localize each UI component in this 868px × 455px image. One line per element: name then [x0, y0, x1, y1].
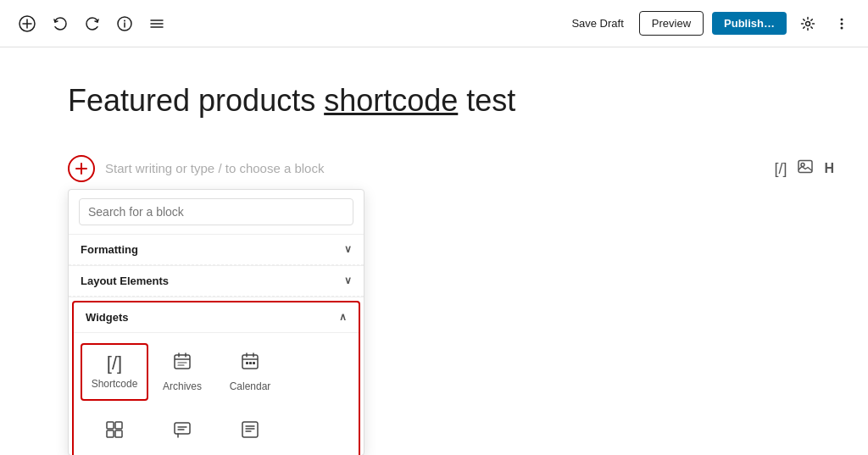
shortcode-block-icon: [/]	[107, 354, 122, 373]
plus-icon	[75, 162, 88, 175]
svg-rect-34	[175, 423, 190, 434]
toolbar: Save Draft Preview Publish…	[0, 0, 868, 47]
block-section-layout: Layout Elements ∨	[69, 266, 364, 297]
block-item-categories[interactable]	[81, 411, 148, 452]
toolbar-add-block-button[interactable]	[14, 10, 41, 37]
gear-icon	[800, 16, 815, 31]
svg-rect-17	[175, 355, 190, 369]
svg-point-11	[841, 22, 843, 25]
info-icon	[117, 16, 132, 31]
info-button[interactable]	[112, 11, 137, 36]
undo-button[interactable]	[47, 11, 73, 36]
formatting-label: Formatting	[81, 243, 138, 256]
svg-point-9	[806, 21, 810, 25]
redo-button[interactable]	[80, 11, 105, 36]
block-item-latest-comments[interactable]	[148, 411, 216, 452]
heading-insert-icon[interactable]: H	[824, 161, 834, 176]
latest-comments-icon	[172, 419, 192, 443]
menu-icon	[149, 16, 164, 31]
block-inserter-row: Start writing or type / to choose a bloc…	[68, 155, 800, 182]
preview-button[interactable]: Preview	[639, 11, 704, 36]
svg-point-10	[841, 18, 843, 20]
block-section-formatting-header[interactable]: Formatting ∨	[69, 235, 364, 265]
image-insert-icon[interactable]	[797, 158, 814, 179]
undo-icon	[53, 16, 68, 31]
more-options-button[interactable]	[829, 11, 854, 36]
menu-button[interactable]	[144, 11, 170, 36]
shortcode-block-label: Shortcode	[92, 378, 138, 390]
block-item-archives[interactable]: Archives	[148, 343, 216, 401]
block-placeholder: Start writing or type / to choose a bloc…	[105, 161, 324, 175]
svg-rect-32	[107, 430, 114, 437]
block-search-input[interactable]	[79, 198, 353, 225]
right-block-icons: [/] H	[774, 158, 834, 179]
archives-block-label: Archives	[163, 380, 202, 392]
svg-rect-33	[115, 430, 122, 437]
publish-button[interactable]: Publish…	[712, 12, 787, 35]
toolbar-right: Save Draft Preview Publish…	[565, 11, 854, 36]
plus-circle-icon	[19, 15, 36, 32]
block-picker-search	[69, 190, 364, 235]
block-item-calendar[interactable]: Calendar	[216, 343, 284, 401]
archives-block-icon	[172, 352, 192, 375]
save-draft-button[interactable]: Save Draft	[565, 12, 630, 35]
shortcode-insert-icon[interactable]: [/]	[774, 159, 787, 177]
calendar-block-icon	[240, 352, 260, 375]
svg-rect-28	[249, 362, 252, 364]
svg-rect-15	[798, 160, 812, 172]
block-item-shortcode[interactable]: [/] Shortcode	[81, 343, 148, 401]
categories-block-icon	[104, 419, 125, 443]
redo-icon	[85, 16, 100, 31]
svg-rect-37	[242, 422, 258, 437]
editor-main: Featured products shortcode test Start w…	[0, 47, 868, 455]
block-item-latest-posts[interactable]	[216, 411, 284, 452]
svg-point-5	[124, 19, 125, 21]
post-title-shortcode: shortcode	[324, 83, 458, 118]
block-section-widgets: Widgets ∧ [/] Shortcode	[72, 301, 360, 455]
widgets-block-grid: [/] Shortcode	[74, 333, 359, 411]
svg-rect-29	[253, 362, 255, 364]
block-section-widgets-header[interactable]: Widgets ∧	[74, 302, 359, 333]
widgets-chevron: ∧	[339, 311, 347, 323]
layout-chevron: ∨	[344, 275, 352, 286]
toolbar-left	[14, 10, 170, 37]
settings-button[interactable]	[795, 11, 821, 36]
svg-rect-30	[107, 422, 114, 429]
add-block-button[interactable]	[68, 155, 95, 182]
block-picker-body[interactable]: Formatting ∨ Layout Elements ∨	[69, 235, 364, 455]
calendar-block-label: Calendar	[230, 380, 271, 392]
more-vertical-icon	[834, 16, 849, 31]
widgets-block-grid-row2	[74, 411, 359, 455]
widgets-label: Widgets	[86, 311, 128, 324]
layout-label: Layout Elements	[81, 275, 169, 287]
svg-point-12	[841, 26, 843, 29]
svg-rect-31	[115, 422, 122, 429]
block-section-layout-header[interactable]: Layout Elements ∨	[69, 266, 364, 297]
latest-posts-icon	[240, 419, 260, 443]
block-section-formatting: Formatting ∨	[69, 235, 364, 266]
formatting-chevron: ∨	[344, 243, 352, 255]
svg-rect-27	[246, 362, 248, 364]
post-title[interactable]: Featured products shortcode test	[68, 81, 800, 121]
editor-area: Featured products shortcode test Start w…	[0, 47, 868, 455]
block-picker-dropdown: Formatting ∨ Layout Elements ∨	[68, 189, 364, 455]
